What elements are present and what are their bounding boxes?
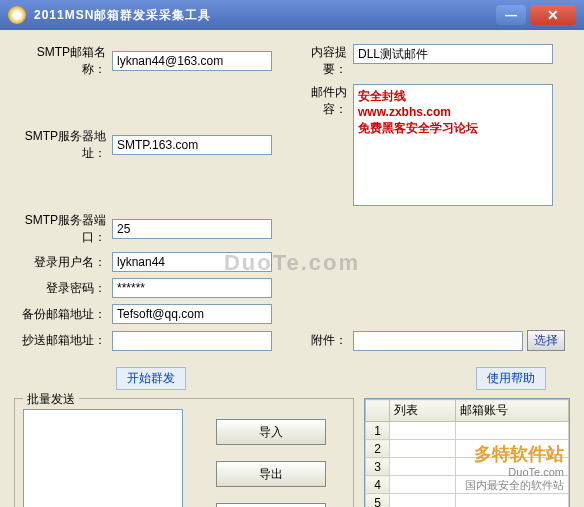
cell-account[interactable]: [455, 458, 568, 476]
import-button[interactable]: 导入: [216, 419, 326, 445]
summary-label: 内容提要：: [289, 44, 353, 78]
login-pass-label: 登录密码：: [14, 280, 112, 297]
mail-collect-button[interactable]: 邮箱采集: [216, 503, 326, 507]
smtp-server-label: SMTP服务器地址：: [14, 128, 112, 162]
result-table-panel[interactable]: 列表 邮箱账号 12345678910: [364, 398, 570, 507]
help-button[interactable]: 使用帮助: [476, 367, 546, 390]
app-icon: [8, 6, 26, 24]
table-row[interactable]: 1: [366, 422, 569, 440]
content-line-3: 免费黑客安全学习论坛: [358, 120, 548, 136]
cc-input[interactable]: [112, 331, 272, 351]
cell-account[interactable]: [455, 476, 568, 494]
lower-area: 批量发送 导入 导出 邮箱采集 QQMSN采集 列表 邮箱账号 12345678…: [0, 398, 584, 507]
col-account-header[interactable]: 邮箱账号: [455, 400, 568, 422]
summary-input[interactable]: [353, 44, 553, 64]
backup-input[interactable]: [112, 304, 272, 324]
batch-listbox[interactable]: [23, 409, 183, 507]
close-button[interactable]: ✕: [530, 5, 576, 25]
window-title: 2011MSN邮箱群发采采集工具: [34, 7, 492, 24]
result-table: 列表 邮箱账号 12345678910: [365, 399, 569, 507]
login-user-label: 登录用户名：: [14, 254, 112, 271]
table-row[interactable]: 5: [366, 494, 569, 508]
table-row[interactable]: 2: [366, 440, 569, 458]
content-line-1: 安全封线: [358, 88, 548, 104]
smtp-name-input[interactable]: [112, 51, 272, 71]
smtp-port-input[interactable]: [112, 219, 272, 239]
cell-list[interactable]: [390, 422, 456, 440]
action-row: 开始群发 使用帮助: [0, 363, 584, 398]
content-line-2: www.zxbhs.com: [358, 104, 548, 120]
export-button[interactable]: 导出: [216, 461, 326, 487]
cell-list[interactable]: [390, 458, 456, 476]
batch-send-panel: 批量发送 导入 导出 邮箱采集 QQMSN采集: [14, 398, 354, 507]
row-number: 3: [366, 458, 390, 476]
cell-account[interactable]: [455, 494, 568, 508]
content-label: 邮件内容：: [289, 84, 353, 118]
titlebar: 2011MSN邮箱群发采采集工具 — ✕: [0, 0, 584, 30]
attach-label: 附件：: [289, 332, 353, 349]
row-number: 1: [366, 422, 390, 440]
cell-account[interactable]: [455, 422, 568, 440]
attach-input[interactable]: [353, 331, 523, 351]
row-number: 5: [366, 494, 390, 508]
batch-legend: 批量发送: [23, 391, 79, 408]
backup-label: 备份邮箱地址：: [14, 306, 112, 323]
cell-account[interactable]: [455, 440, 568, 458]
row-number: 2: [366, 440, 390, 458]
start-send-button[interactable]: 开始群发: [116, 367, 186, 390]
mail-content-textarea[interactable]: 安全封线 www.zxbhs.com 免费黑客安全学习论坛: [353, 84, 553, 206]
login-pass-input[interactable]: [112, 278, 272, 298]
table-corner: [366, 400, 390, 422]
table-row[interactable]: 4: [366, 476, 569, 494]
smtp-port-label: SMTP服务器端口：: [14, 212, 112, 246]
col-list-header[interactable]: 列表: [390, 400, 456, 422]
cell-list[interactable]: [390, 476, 456, 494]
form-area: SMTP邮箱名称： 内容提要： SMTP服务器地址： 邮件内容： 安全封线 ww…: [0, 30, 584, 363]
smtp-name-label: SMTP邮箱名称：: [14, 44, 112, 78]
smtp-server-input[interactable]: [112, 135, 272, 155]
cell-list[interactable]: [390, 440, 456, 458]
row-number: 4: [366, 476, 390, 494]
cc-label: 抄送邮箱地址：: [14, 332, 112, 349]
login-user-input[interactable]: [112, 252, 272, 272]
table-row[interactable]: 3: [366, 458, 569, 476]
minimize-button[interactable]: —: [496, 5, 526, 25]
attach-select-button[interactable]: 选择: [527, 330, 565, 351]
cell-list[interactable]: [390, 494, 456, 508]
